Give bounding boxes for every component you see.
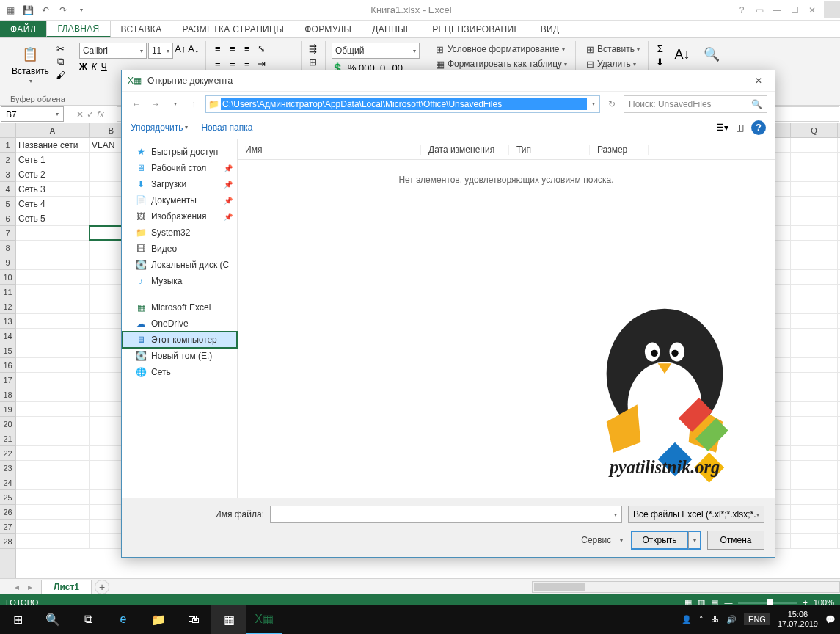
cell[interactable]: Сеть 3	[16, 182, 90, 196]
cell[interactable]	[791, 417, 838, 431]
maximize-icon[interactable]: ☐	[786, 1, 803, 19]
col-header[interactable]: Q	[791, 123, 838, 137]
file-filter-select[interactable]: Все файлы Excel (*.xl*;*.xlsx;*.xl▾	[628, 506, 764, 523]
edge-icon[interactable]: e	[106, 605, 141, 634]
autosum-icon[interactable]: Σ	[654, 43, 666, 54]
cell[interactable]: Сеть 4	[16, 197, 90, 211]
bold-button[interactable]: Ж	[79, 62, 87, 72]
row-header[interactable]: 5	[0, 197, 15, 211]
file-tab[interactable]: ФАЙЛ	[0, 21, 46, 37]
filename-input[interactable]: ▾	[270, 506, 622, 523]
insert-cells-button[interactable]: ⊞Вставить▾	[582, 43, 642, 56]
nav-item[interactable]: 💽Новый том (E:)	[122, 348, 237, 364]
col-header[interactable]: A	[16, 123, 90, 137]
help-icon[interactable]: ?	[733, 1, 750, 19]
cell[interactable]	[791, 446, 838, 460]
indent-icon[interactable]: ⇥	[256, 57, 268, 69]
fx-icon[interactable]: fx	[97, 109, 103, 120]
tab-pagelayout[interactable]: РАЗМЕТКА СТРАНИЦЫ	[172, 21, 294, 37]
cell[interactable]	[16, 255, 90, 269]
cell[interactable]	[16, 490, 90, 504]
row-header[interactable]: 3	[0, 167, 15, 182]
nav-recent-icon[interactable]: ▾	[167, 97, 182, 112]
shrink-font-icon[interactable]: A↓	[188, 43, 200, 54]
cell[interactable]	[791, 241, 838, 255]
row-header[interactable]: 12	[0, 299, 15, 314]
row-header[interactable]: 13	[0, 314, 15, 329]
nav-item[interactable]: 🎞Видео	[122, 241, 237, 257]
row-header[interactable]: 9	[0, 255, 15, 270]
merge-icon[interactable]: ⊞	[307, 56, 319, 68]
nav-item[interactable]: ⬇Загрузки📌	[122, 176, 237, 192]
excel-app-icon[interactable]: ▦	[1, 1, 19, 19]
add-sheet-button[interactable]: +	[95, 580, 109, 594]
sort-filter-button[interactable]: A↓	[669, 43, 695, 66]
conditional-formatting-button[interactable]: ⊞Условное форматирование▾	[432, 43, 567, 56]
cell[interactable]	[16, 343, 90, 357]
organize-button[interactable]: Упорядочить ▾	[131, 123, 188, 133]
cell[interactable]: Сеть 5	[16, 211, 90, 225]
people-icon[interactable]: 👤	[682, 615, 692, 624]
nav-item[interactable]: 🌐Сеть	[122, 364, 237, 380]
nav-item[interactable]: 📄Документы📌	[122, 192, 237, 208]
cell[interactable]	[16, 314, 90, 328]
cell[interactable]	[791, 329, 838, 343]
row-header[interactable]: 10	[0, 270, 15, 285]
nav-item[interactable]: 🖥Этот компьютер	[122, 332, 237, 348]
task-view-icon[interactable]: ⧉	[70, 605, 106, 634]
cell[interactable]	[16, 476, 90, 489]
cell[interactable]	[16, 373, 90, 387]
horizontal-scrollbar[interactable]	[532, 581, 840, 593]
col-size[interactable]: Размер	[590, 145, 649, 155]
cell[interactable]	[791, 461, 838, 475]
undo-icon[interactable]: ↶	[37, 1, 54, 19]
close-window-icon[interactable]: ✕	[803, 1, 821, 19]
orientation-icon[interactable]: ⤡	[256, 43, 268, 54]
cell[interactable]	[791, 343, 838, 357]
format-painter-icon[interactable]: 🖌	[55, 69, 67, 81]
row-header[interactable]: 1	[0, 138, 15, 153]
align-center-icon[interactable]: ≡	[227, 57, 238, 69]
italic-button[interactable]: К	[92, 62, 97, 72]
cell[interactable]	[791, 226, 838, 240]
cell[interactable]	[791, 373, 838, 387]
refresh-icon[interactable]: ↻	[605, 97, 619, 112]
cell[interactable]	[16, 431, 90, 445]
row-header[interactable]: 20	[0, 417, 15, 431]
cell[interactable]	[791, 182, 838, 196]
addr-dropdown-icon[interactable]: ▾	[588, 101, 599, 107]
nav-forward-icon[interactable]: →	[148, 97, 163, 112]
nav-back-icon[interactable]: ←	[129, 97, 144, 112]
copy-icon[interactable]: ⧉	[55, 56, 67, 68]
nav-item[interactable]: 📁System32	[122, 225, 237, 241]
cell[interactable]	[16, 329, 90, 343]
cell[interactable]: Сеть 1	[16, 153, 90, 167]
font-select[interactable]: Calibri▾	[79, 43, 147, 59]
cell[interactable]	[16, 520, 90, 533]
open-split-icon[interactable]: ▾	[688, 531, 701, 550]
col-modified[interactable]: Дата изменения	[421, 145, 509, 155]
clock[interactable]: 15:06 17.07.2019	[778, 610, 818, 629]
find-select-button[interactable]: 🔍	[698, 43, 725, 66]
paste-button[interactable]: 📋 Вставить ▾	[9, 43, 52, 86]
row-header[interactable]: 7	[0, 226, 15, 241]
cancel-button[interactable]: Отмена	[707, 531, 764, 550]
cell[interactable]	[791, 505, 838, 519]
ribbon-toggle-icon[interactable]: ▭	[750, 1, 768, 19]
cell[interactable]	[791, 534, 838, 548]
save-icon[interactable]: 💾	[19, 1, 37, 19]
cell[interactable]	[791, 255, 838, 269]
number-format-select[interactable]: Общий▾	[332, 43, 420, 59]
tab-data[interactable]: ДАННЫЕ	[362, 21, 422, 37]
row-header[interactable]: 24	[0, 476, 15, 490]
lang-indicator[interactable]: ENG	[744, 613, 770, 625]
delete-cells-button[interactable]: ⊟Удалить▾	[582, 57, 638, 70]
cell[interactable]	[791, 520, 838, 533]
tab-view[interactable]: ВИД	[530, 21, 570, 37]
cell[interactable]	[16, 534, 90, 548]
volume-icon[interactable]: 🔊	[726, 615, 737, 624]
view-mode-icon[interactable]: ☰▾	[716, 123, 728, 133]
nav-up-icon[interactable]: ↑	[186, 97, 201, 112]
search-input[interactable]: Поиск: UnsavedFiles 🔍	[624, 95, 767, 113]
row-header[interactable]: 28	[0, 534, 15, 549]
